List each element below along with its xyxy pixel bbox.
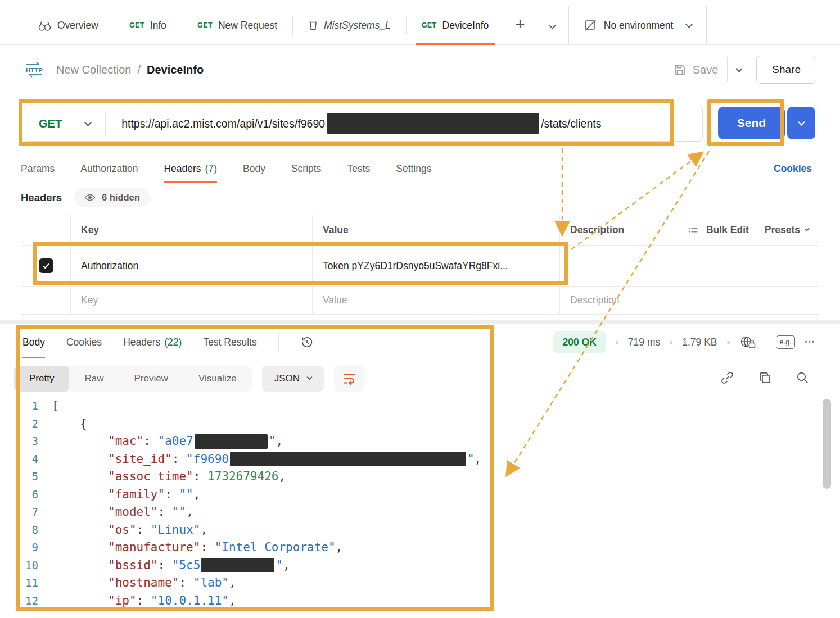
json-string: " (276, 557, 283, 575)
response-tab-test-results[interactable]: Test Results (203, 325, 256, 360)
json-string: "10.0.1.11" (151, 592, 229, 610)
line-number: 7 (17, 503, 52, 521)
tab-scripts[interactable]: Scripts (291, 153, 321, 184)
hidden-headers-toggle[interactable]: 6 hidden (74, 188, 150, 207)
header-value-cell[interactable]: Token pYZy6D1rDsnyo5uSwafaYRg8Fxi... (313, 246, 560, 286)
indent-guide (52, 433, 80, 451)
dot-separator (616, 341, 618, 344)
add-tab-button[interactable]: + (504, 15, 536, 36)
more-actions-icon[interactable]: ••• (805, 338, 815, 346)
line-number: 8 (17, 521, 52, 539)
view-pretty[interactable]: Pretty (14, 366, 69, 392)
indent-guide (80, 557, 108, 575)
value-placeholder[interactable]: Value (313, 287, 560, 314)
tab-body[interactable]: Body (243, 153, 265, 184)
tab-deviceinfo[interactable]: GET DeviceInfo (407, 6, 504, 44)
save-button[interactable]: Save (674, 63, 719, 76)
presets-button[interactable]: Presets (765, 224, 800, 236)
share-button[interactable]: Share (756, 56, 816, 84)
environment-selector[interactable]: No environment (569, 6, 707, 44)
indent-guide (80, 592, 108, 610)
json-string: "" (172, 503, 186, 521)
tab-list-button[interactable] (536, 20, 568, 30)
method-label: GET (39, 117, 62, 130)
breadcrumb-collection[interactable]: New Collection (56, 63, 131, 76)
postman-app: Overview GET Info GET New Request MistSy… (0, 0, 840, 618)
divider (766, 333, 766, 352)
response-tab-cookies[interactable]: Cookies (66, 325, 102, 360)
view-visualize[interactable]: Visualize (183, 366, 252, 392)
scrollbar-thumb[interactable] (823, 399, 831, 489)
response-code[interactable]: 1[2{3"mac": "a0e7",4"site_id": "f9690",5… (17, 397, 818, 610)
json-key: "manufacture" (108, 539, 200, 557)
tab-info[interactable]: GET Info (114, 6, 182, 44)
status-badge[interactable]: 200 OK (553, 331, 606, 353)
divider (727, 57, 728, 82)
bulk-edit-icon (688, 227, 698, 233)
http-badge-icon: HTTP (24, 61, 45, 79)
save-example-icon[interactable]: e.g. (776, 335, 796, 349)
network-info-icon[interactable] (739, 335, 756, 349)
divider (706, 6, 707, 45)
json-punct: : (143, 433, 157, 451)
tab-label: New Request (218, 20, 277, 31)
view-raw[interactable]: Raw (69, 366, 119, 392)
header-description-cell[interactable] (560, 246, 678, 286)
indent-guide (52, 468, 80, 486)
method-selector[interactable]: GET (24, 117, 105, 130)
tab-tests[interactable]: Tests (347, 153, 370, 184)
bulk-edit-button[interactable]: Bulk Edit (706, 224, 749, 236)
history-icon[interactable] (300, 335, 314, 349)
format-selector[interactable]: JSON (262, 366, 324, 392)
environment-label: No environment (604, 20, 674, 31)
table-header-row: Key Value Description Bulk Edit Presets (21, 215, 819, 245)
cookies-link[interactable]: Cookies (774, 163, 812, 175)
response-size[interactable]: 1.79 KB (682, 337, 717, 348)
send-options-button[interactable] (787, 107, 815, 139)
tab-bar: Overview GET Info GET New Request MistSy… (0, 6, 840, 45)
method-badge: GET (422, 21, 437, 29)
redaction-box (230, 452, 466, 466)
json-punct: : (179, 574, 193, 592)
send-button[interactable]: Send (718, 107, 785, 139)
tab-label: Settings (396, 163, 431, 175)
redaction-box (195, 434, 268, 449)
breadcrumb-request-name[interactable]: DeviceInfo (147, 63, 204, 76)
description-placeholder[interactable]: Description (560, 287, 678, 314)
json-string: "a0e7 (158, 433, 193, 451)
tab-new-request[interactable]: GET New Request (182, 6, 292, 44)
header-actions: Save Share (674, 56, 816, 84)
tab-label: Overview (57, 20, 98, 31)
search-icon[interactable] (796, 371, 810, 385)
key-placeholder[interactable]: Key (71, 287, 313, 314)
code-line: 9"manufacture": "Intel Corporate", (17, 539, 818, 557)
link-icon[interactable] (720, 371, 734, 385)
tab-headers[interactable]: Headers (7) (164, 153, 217, 184)
header-key-cell[interactable]: Authorization (71, 246, 313, 286)
indent-guide (80, 486, 108, 504)
response-tab-headers[interactable]: Headers (22) (123, 325, 182, 360)
url-field[interactable]: https://api.ac2.mist.com/api/v1/sites/f9… (106, 113, 601, 134)
response-tab-body[interactable]: Body (22, 325, 45, 360)
indent-guide (52, 574, 80, 592)
view-preview[interactable]: Preview (119, 366, 183, 392)
copy-icon[interactable] (758, 371, 772, 385)
tab-overview[interactable]: Overview (22, 6, 114, 44)
response-time[interactable]: 719 ms (628, 337, 660, 348)
save-options-chevron[interactable] (735, 65, 743, 72)
row-checkbox[interactable] (39, 258, 53, 273)
tab-settings[interactable]: Settings (396, 153, 431, 184)
json-string: "f9690 (186, 451, 229, 469)
tab-authorization[interactable]: Authorization (80, 153, 138, 184)
tab-params[interactable]: Params (21, 153, 55, 184)
tab-mistsystems[interactable]: MistSystems_L (293, 6, 406, 44)
response-view-controls: Pretty Raw Preview Visualize JSON (14, 365, 364, 392)
tab-label: Info (150, 20, 166, 31)
indent-guide (52, 415, 80, 433)
code-line: 1[ (17, 397, 818, 415)
wrap-lines-button[interactable] (334, 365, 364, 392)
json-string: "5c5 (172, 557, 201, 575)
redaction-box (327, 113, 539, 134)
indent-guide (80, 574, 108, 592)
url-suffix: /stats/clients (541, 117, 601, 130)
